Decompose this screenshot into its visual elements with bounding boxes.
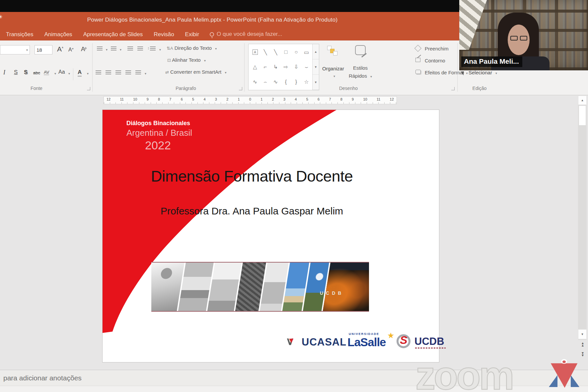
oval-shape-icon[interactable]: ○: [295, 49, 298, 55]
fonte-dialog-launcher[interactable]: [87, 87, 90, 90]
ruler-number: 5: [192, 97, 194, 101]
font-color-button[interactable]: A: [78, 69, 82, 77]
photo-ucdb-night: [322, 262, 369, 312]
clear-formatting-button[interactable]: A: [81, 46, 88, 53]
character-spacing-button[interactable]: AV: [44, 70, 49, 75]
vertical-scrollbar[interactable]: [578, 96, 587, 340]
grow-font-button[interactable]: A▴: [57, 45, 63, 53]
right-arrow-shape-icon[interactable]: ⇨: [284, 64, 288, 70]
smartart-icon: ⇄: [165, 70, 169, 75]
slide-subtitle[interactable]: Professora Dra. Ana Paula Gaspar Melim: [146, 205, 358, 217]
arrange-button[interactable]: Organizar: [317, 66, 349, 71]
down-arrow-shape-icon[interactable]: ⇩: [294, 64, 298, 70]
chevron-down-icon: ▾: [26, 48, 28, 52]
align-left-button[interactable]: [96, 70, 101, 74]
badge-line1: Diálogos Binacionales: [126, 120, 192, 127]
paragrafo-dialog-launcher[interactable]: [239, 87, 242, 90]
slide-title[interactable]: Dimensão Formativa Docente: [132, 167, 371, 185]
chevron-down-icon[interactable]: ▾: [145, 72, 146, 75]
tell-me-search[interactable]: O que você deseja fazer...: [210, 31, 282, 38]
slide-canvas[interactable]: Diálogos Binacionales Argentina / Brasil…: [102, 110, 439, 362]
quick-access-icon[interactable]: ✳: [0, 14, 3, 20]
align-text-icon: ⊡: [167, 58, 171, 63]
group-label-paragrafo: Parágrafo: [166, 86, 206, 91]
ruler-number: 1: [260, 97, 262, 101]
webcam-overlay[interactable]: Ana Paula Meli...: [459, 0, 588, 70]
rounded-rectangle-shape-icon[interactable]: ▭: [304, 49, 309, 55]
gallery-more-button[interactable]: ▼: [313, 75, 319, 90]
text-direction-button[interactable]: ⇅A Direção do Texto ▾: [167, 45, 217, 51]
gallery-scroll-up[interactable]: ▲: [313, 44, 319, 59]
elbow-connector-shape-icon[interactable]: ⌐: [264, 64, 267, 70]
triangle-shape-icon[interactable]: △: [253, 64, 257, 70]
font-size-value: 18: [37, 47, 42, 53]
select-button[interactable]: Selecionar ▾: [469, 70, 497, 75]
wall-art: [459, 0, 494, 50]
bullets-button[interactable]: [97, 46, 103, 50]
ruler-number: 11: [120, 97, 123, 101]
numbering-button[interactable]: [111, 46, 116, 50]
freeform-shape-icon[interactable]: ∿: [273, 79, 278, 85]
chevron-down-icon[interactable]: ▾: [120, 48, 121, 51]
line-shape-icon[interactable]: ╲: [264, 49, 267, 55]
strikethrough-button[interactable]: abc: [33, 70, 40, 75]
font-name-input[interactable]: ▾: [0, 45, 30, 54]
quick-styles-button-line2[interactable]: Rápidos ▾: [348, 73, 372, 79]
justify-button[interactable]: [125, 70, 131, 74]
scroll-up-button[interactable]: ▲: [578, 96, 587, 105]
arc-shape-icon[interactable]: ⌣: [305, 64, 308, 70]
line-spacing-button[interactable]: [150, 46, 156, 50]
window-title: Power Diálogos Binacionales_Ana Paula Me…: [33, 17, 392, 23]
ruler-number: 6: [318, 97, 320, 101]
ribbon-tab[interactable]: Transições: [6, 31, 34, 38]
chevron-down-icon[interactable]: ▾: [54, 72, 56, 75]
align-right-button[interactable]: [115, 70, 121, 74]
lightbulb-icon: [210, 32, 214, 37]
align-text-button[interactable]: ⊡ Alinhar Texto ▾: [167, 57, 206, 63]
ruler-number: 7: [329, 97, 331, 101]
chevron-down-icon[interactable]: ▾: [106, 48, 108, 51]
underline-button[interactable]: S: [14, 69, 18, 76]
next-slide-button[interactable]: ▼▼: [580, 352, 585, 356]
left-brace-shape-icon[interactable]: {: [285, 79, 287, 85]
curve-shape-icon[interactable]: ⌢: [263, 79, 267, 85]
change-case-button[interactable]: Aa: [58, 69, 65, 75]
desenho-dialog-launcher[interactable]: [451, 87, 455, 90]
rectangle-shape-icon[interactable]: □: [284, 49, 288, 55]
scribble-shape-icon[interactable]: ∿: [253, 79, 257, 85]
quick-styles-button[interactable]: Estilos: [348, 65, 372, 71]
font-size-input[interactable]: 18: [35, 45, 52, 54]
ribbon-tab[interactable]: Exibir: [185, 31, 199, 38]
chevron-down-icon[interactable]: ▾: [87, 72, 89, 75]
arrow-line-shape-icon[interactable]: ╲: [274, 49, 277, 55]
ruler-number: 4: [203, 97, 205, 101]
previous-slide-button[interactable]: ▲▲: [580, 342, 585, 347]
elbow-arrow-connector-shape-icon[interactable]: ↳: [273, 64, 278, 70]
scroll-down-button[interactable]: ▼: [578, 329, 587, 339]
increase-indent-button[interactable]: [137, 46, 143, 50]
scrollbar-thumb[interactable]: [579, 106, 586, 125]
align-center-button[interactable]: [106, 70, 111, 74]
ribbon-tab[interactable]: Animações: [44, 31, 72, 38]
italic-button[interactable]: I: [3, 69, 5, 76]
shape-effects-icon: [415, 70, 421, 74]
text-box-shape-icon[interactable]: A: [253, 49, 258, 55]
zoom-watermark-text: zoom: [415, 353, 513, 392]
shrink-font-button[interactable]: A▾: [68, 47, 74, 53]
right-brace-shape-icon[interactable]: }: [295, 79, 297, 85]
shape-fill-button[interactable]: Preenchim: [425, 46, 449, 51]
chevron-down-icon[interactable]: ▾: [159, 48, 161, 51]
columns-button[interactable]: [135, 70, 141, 74]
shape-outline-button[interactable]: Contorno: [425, 58, 445, 63]
chevron-down-icon[interactable]: ▾: [333, 74, 335, 78]
decrease-indent-button[interactable]: [127, 46, 133, 50]
text-shadow-button[interactable]: S: [24, 69, 28, 76]
ruler-number: 11: [377, 97, 380, 101]
horizontal-ruler[interactable]: 1211109876543210123456789101112: [104, 96, 397, 104]
ribbon-tab[interactable]: Apresentação de Slides: [83, 31, 143, 38]
ruler-number: 10: [133, 97, 137, 101]
star-shape-icon[interactable]: ☆: [304, 79, 309, 85]
convert-smartart-button[interactable]: ⇄ Converter em SmartArt ▾: [165, 69, 227, 75]
chevron-down-icon[interactable]: ▾: [68, 72, 70, 75]
ribbon-tab[interactable]: Revisão: [154, 31, 174, 38]
